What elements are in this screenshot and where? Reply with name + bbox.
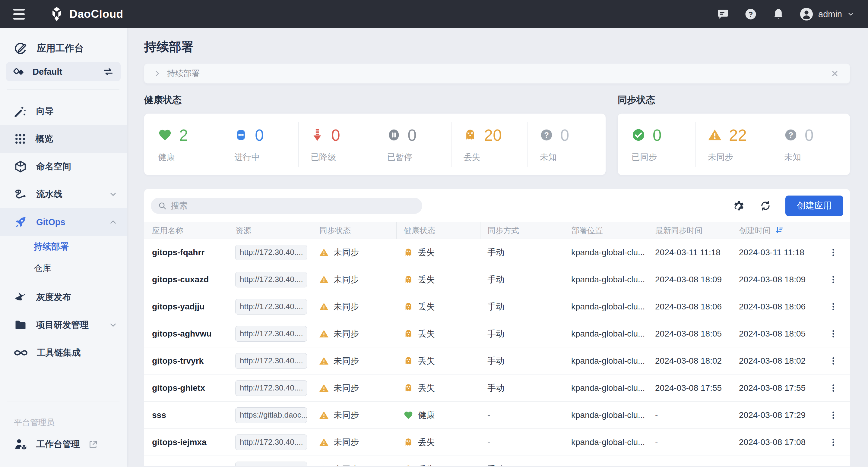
create-time-cell: 2024-03-08 18:02 xyxy=(732,347,817,374)
last-sync-time-cell: - xyxy=(648,429,732,456)
sidebar-item-overview[interactable]: 概览 xyxy=(0,125,127,153)
deploy-location-cell: kpanda-global-clu... xyxy=(564,402,648,428)
folder-icon xyxy=(14,319,27,332)
search-input[interactable] xyxy=(171,201,415,210)
sidebar: 应用工作台 Default 向导 概览 命名空间 流水线 GitOps xyxy=(0,28,127,467)
breadcrumb-panel[interactable]: 持续部署 xyxy=(144,64,850,84)
app-name-link[interactable]: gitops-cuxazd xyxy=(144,266,228,293)
resource-chip[interactable]: https://gitlab.daoc... xyxy=(235,407,307,423)
sync-method-cell: - xyxy=(480,402,564,428)
sidebar-workbench-header: 应用工作台 xyxy=(0,34,127,62)
sidebar-item-gray-release[interactable]: 灰度发布 xyxy=(0,283,127,311)
daocloud-logo-icon xyxy=(49,6,65,22)
resource-chip[interactable]: http://172.30.40.... xyxy=(235,434,307,450)
applications-table-card: 创建应用 应用名称 资源 同步状态 健康状态 同步方式 部署位置 最新同步时间 … xyxy=(144,189,850,466)
sidebar-item-gitops[interactable]: GitOps xyxy=(0,208,127,236)
user-menu[interactable]: admin xyxy=(800,7,855,21)
grid-icon xyxy=(14,133,27,145)
hamburger-menu-icon[interactable] xyxy=(13,8,29,20)
warning-triangle-icon xyxy=(708,128,722,142)
app-name-link[interactable]: gitops-dixgyl xyxy=(144,456,228,466)
sidebar-item-pipeline[interactable]: 流水线 xyxy=(0,180,127,208)
sort-desc-icon[interactable] xyxy=(775,226,784,235)
app-name-link[interactable]: gitops-trvyrk xyxy=(144,347,228,374)
app-name-link[interactable]: sss xyxy=(144,402,228,428)
kebab-menu-button[interactable] xyxy=(827,463,840,466)
sidebar-item-project-management[interactable]: 项目研发管理 xyxy=(0,311,127,339)
warning-triangle-icon xyxy=(319,437,329,447)
stat-value: 0 xyxy=(653,126,661,144)
stat-label: 已同步 xyxy=(631,152,695,163)
deploy-location-cell: kpanda-global-clu... xyxy=(564,293,648,320)
sidebar-item-workbench-management[interactable]: 工作台管理 xyxy=(0,431,127,458)
sync-method-cell: 手动 xyxy=(480,266,564,293)
workspace-icon xyxy=(13,66,25,78)
sidebar-item-continuous-deployment[interactable]: 持续部署 xyxy=(0,236,127,258)
table-row: gitops-fqahrrhttp://172.30.40....未同步丢失手动… xyxy=(144,239,850,266)
create-time-cell: 2024-03-08 18:06 xyxy=(732,293,817,320)
kebab-menu-button[interactable] xyxy=(827,381,840,395)
last-sync-time-cell: 2024-03-08 18:06 xyxy=(648,293,732,320)
resource-chip[interactable]: http://172.30.40.... xyxy=(235,326,307,342)
chevron-down-icon xyxy=(108,190,118,199)
resource-chip[interactable]: http://172.30.40.... xyxy=(235,380,307,396)
app-name-link[interactable]: gitops-ghietx xyxy=(144,374,228,401)
heart-icon xyxy=(158,128,172,142)
stat-label: 未同步 xyxy=(708,152,772,163)
resource-chip[interactable]: http://172.30.40.... xyxy=(235,272,307,288)
ghost-icon xyxy=(404,437,413,447)
resource-cell: http://172.30.40.... xyxy=(228,293,312,320)
resource-chip[interactable]: http://172.30.40.... xyxy=(235,353,307,369)
table-row: ssshttps://gitlab.daoc...未同步健康-kpanda-gl… xyxy=(144,402,850,429)
resource-chip[interactable]: http://172.30.40.... xyxy=(235,299,307,314)
stat-progressing: 0 进行中 xyxy=(222,122,299,167)
create-app-button[interactable]: 创建应用 xyxy=(785,196,843,216)
cube-icon xyxy=(14,160,27,173)
switch-workspace-icon[interactable] xyxy=(102,66,114,77)
kebab-menu-button[interactable] xyxy=(827,354,840,368)
refresh-icon[interactable] xyxy=(759,199,772,212)
create-time-cell: 2024-03-08 17:55 xyxy=(732,374,817,401)
close-icon[interactable] xyxy=(829,67,841,79)
resource-chip[interactable]: https://gitlab.daoc... xyxy=(235,462,307,466)
check-circle-icon xyxy=(631,128,645,142)
app-name-link[interactable]: gitops-fqahrr xyxy=(144,239,228,266)
kebab-menu-button[interactable] xyxy=(827,273,840,286)
actions-cell xyxy=(817,347,850,374)
kebab-menu-button[interactable] xyxy=(827,300,840,313)
health-status-cell: 健康 xyxy=(396,402,480,428)
resource-chip[interactable]: http://172.30.40.... xyxy=(235,245,307,260)
kebab-menu-button[interactable] xyxy=(827,436,840,449)
col-resource: 资源 xyxy=(228,222,312,239)
brand[interactable]: DaoCloud xyxy=(49,6,123,22)
actions-cell xyxy=(817,239,850,266)
search-box[interactable] xyxy=(151,198,422,214)
bell-icon[interactable] xyxy=(772,7,785,21)
last-sync-time-cell: 2024-03-08 18:02 xyxy=(648,347,732,374)
health-status-cell: 丢失 xyxy=(396,347,480,374)
sidebar-item-toolchain[interactable]: 工具链集成 xyxy=(0,339,127,367)
table-header: 应用名称 资源 同步状态 健康状态 同步方式 部署位置 最新同步时间 创建时间 xyxy=(144,222,850,239)
deploy-location-cell: kpanda-global-clu... xyxy=(564,239,648,266)
stat-sync-unknown: ? 0 未知 xyxy=(772,122,848,167)
deploy-location-cell: kpanda-global-clu... xyxy=(564,347,648,374)
search-icon xyxy=(158,201,167,210)
sidebar-item-wizard[interactable]: 向导 xyxy=(0,97,127,125)
sync-status-card: 0 已同步 22 未同步 ? 0 xyxy=(618,113,850,175)
pipeline-icon xyxy=(14,188,27,201)
chat-icon[interactable] xyxy=(716,7,730,21)
kebab-menu-button[interactable] xyxy=(827,408,840,422)
sidebar-item-repository[interactable]: 仓库 xyxy=(0,258,127,279)
kebab-menu-button[interactable] xyxy=(827,327,840,340)
app-name-link[interactable]: gitops-aghvwu xyxy=(144,320,228,347)
workspace-selector[interactable]: Default xyxy=(6,62,121,81)
gear-icon[interactable] xyxy=(732,199,746,212)
app-name-link[interactable]: gitops-iejmxa xyxy=(144,429,228,456)
chevron-down-icon xyxy=(847,10,855,18)
sidebar-item-namespace[interactable]: 命名空间 xyxy=(0,153,127,180)
app-name-link[interactable]: gitops-yadjju xyxy=(144,293,228,320)
warning-triangle-icon xyxy=(319,383,329,393)
kebab-menu-button[interactable] xyxy=(827,246,840,259)
table-row: gitops-aghvwuhttp://172.30.40....未同步丢失手动… xyxy=(144,320,850,347)
help-icon[interactable]: ? xyxy=(744,7,757,21)
